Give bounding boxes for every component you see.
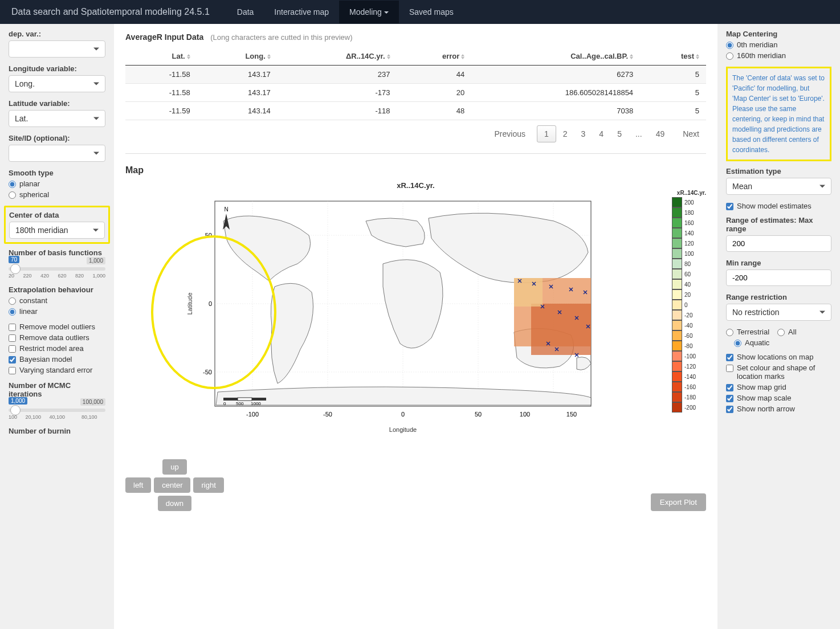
center-data-select[interactable]: 180th meridian (9, 222, 105, 239)
range-estimates-label: Range of estimates: Max range (726, 216, 831, 233)
basis-slider[interactable]: 70 1,000 202204206208201,000 (9, 267, 105, 279)
map-centering-label: Map Centering (726, 30, 831, 38)
table-header-cell[interactable]: ΔR..14C.yr. (278, 47, 397, 66)
svg-text:Longitude: Longitude (389, 426, 417, 433)
centering-warning: The 'Center of data' was set to 'Pacific… (726, 67, 831, 161)
show-map-scale-checkbox[interactable]: Show map scale (726, 394, 831, 402)
show-model-estimates-checkbox[interactable]: Show model estimates (726, 202, 831, 210)
smooth-spherical-radio[interactable]: spherical (9, 190, 105, 199)
range-restriction-select[interactable]: No restriction (726, 304, 831, 321)
latitude-select[interactable]: Lat. (9, 110, 105, 127)
nav-down-button[interactable]: down (158, 496, 191, 511)
nav-saved-maps[interactable]: Saved maps (399, 1, 464, 23)
svg-text:-100: -100 (246, 411, 259, 418)
restrict-model-area-checkbox[interactable]: Restrict model area (9, 344, 105, 353)
svg-text:-50: -50 (203, 369, 212, 375)
table-header-cell[interactable]: Cal..Age..cal.BP. (471, 47, 640, 66)
basis-label: Number of basis functions (9, 248, 105, 257)
table-header-cell[interactable]: Lat. (125, 47, 197, 66)
varying-std-error-checkbox[interactable]: Varying standard error (9, 366, 105, 374)
table-title: AverageR Input Data (125, 32, 203, 42)
meridian-0-radio[interactable]: 0th meridian (726, 40, 831, 49)
table-row: -11.58143.17-17320186.60502814188545 (125, 84, 706, 102)
nav-modeling[interactable]: Modeling (339, 1, 399, 23)
data-table: Lat.Long.ΔR..14C.yr.errorCal..Age..cal.B… (125, 47, 706, 120)
nav-right-button[interactable]: right (193, 477, 223, 493)
extrap-constant-radio[interactable]: constant (9, 296, 105, 305)
colorbar: xR..14C.yr. 200180160140120100806040200-… (672, 190, 706, 442)
estimation-type-select[interactable]: Mean (726, 178, 831, 195)
page-number[interactable]: 2 (556, 126, 574, 142)
remove-data-outliers-checkbox[interactable]: Remove data outliers (9, 333, 105, 342)
max-range-input[interactable] (726, 235, 831, 252)
export-plot-button[interactable]: Export Plot (651, 493, 706, 511)
nav-center-button[interactable]: center (154, 477, 190, 493)
svg-text:0: 0 (401, 411, 405, 418)
center-data-label: Center of data (9, 211, 105, 219)
page-number[interactable]: 5 (610, 126, 629, 142)
all-radio[interactable]: All (777, 328, 796, 336)
terrestrial-radio[interactable]: Terrestrial (726, 328, 769, 336)
aquatic-radio[interactable]: Aquatic (734, 338, 831, 347)
svg-text:50: 50 (475, 411, 482, 418)
page-number[interactable]: 4 (592, 126, 610, 142)
bayesian-model-checkbox[interactable]: Bayesian model (9, 355, 105, 363)
meridian-160-radio[interactable]: 160th meridian (726, 51, 831, 60)
page-number[interactable]: ... (629, 126, 649, 142)
show-north-arrow-checkbox[interactable]: Show north arrow (726, 405, 831, 413)
remove-model-outliers-checkbox[interactable]: Remove model outliers (9, 322, 105, 331)
svg-text:Latitude: Latitude (186, 292, 193, 314)
dep-var-select[interactable] (9, 40, 105, 58)
smooth-planar-radio[interactable]: planar (9, 179, 105, 188)
min-range-input[interactable] (726, 269, 831, 286)
svg-text:1000: 1000 (251, 401, 261, 406)
table-header-cell[interactable]: error (397, 47, 472, 66)
longitude-label: Longitude variable: (9, 64, 105, 73)
dep-var-label: dep. var.: (9, 30, 105, 38)
extrap-linear-radio[interactable]: linear (9, 307, 105, 316)
page-number[interactable]: 1 (537, 125, 556, 142)
svg-rect-38 (238, 398, 252, 401)
svg-rect-39 (252, 398, 266, 401)
svg-text:500: 500 (236, 401, 244, 406)
map-nav-buttons: up left center right down (125, 459, 224, 511)
min-range-label: Min range (726, 259, 831, 267)
mcmc-slider[interactable]: 1,000 100,000 10020,10040,10080,100 (9, 409, 105, 420)
map-plot: N 05001000 500-50 -100-50050100150 Longi… (125, 190, 663, 442)
pagination: Previous 12345...49 Next (125, 126, 706, 142)
svg-text:150: 150 (566, 411, 577, 418)
navbar: Data search and Spatiotemporal modeling … (0, 0, 840, 24)
longitude-select[interactable]: Long. (9, 75, 105, 92)
page-number[interactable]: 49 (649, 126, 672, 142)
show-map-grid-checkbox[interactable]: Show map grid (726, 383, 831, 391)
nav-up-button[interactable]: up (162, 459, 186, 475)
table-header-cell[interactable]: test (640, 47, 706, 66)
sidebar-left: dep. var.: Longitude variable: Long. Lat… (0, 24, 114, 629)
svg-text:0: 0 (209, 300, 212, 307)
svg-text:0: 0 (223, 401, 226, 406)
mcmc-label: Number of MCMC iterations (9, 381, 105, 398)
estimation-type-label: Estimation type (726, 167, 831, 175)
set-colour-shape-checkbox[interactable]: Set colour and shape of location marks (726, 363, 831, 381)
table-row: -11.58143.172374462735 (125, 66, 706, 84)
svg-text:100: 100 (520, 411, 530, 418)
latitude-label: Latitude variable: (9, 99, 105, 108)
page-number[interactable]: 3 (574, 126, 593, 142)
table-header-cell[interactable]: Long. (197, 47, 278, 66)
table-subtitle: (Long characters are cutted in this prev… (210, 33, 352, 42)
svg-text:-50: -50 (323, 411, 332, 418)
smooth-type-label: Smooth type (9, 169, 105, 177)
nav-data[interactable]: Data (227, 1, 264, 23)
site-id-select[interactable] (9, 145, 105, 162)
navbar-brand: Data search and Spatiotemporal modeling … (11, 7, 210, 17)
page-previous[interactable]: Previous (488, 126, 532, 142)
svg-text:N: N (224, 206, 228, 213)
burnin-label: Number of burnin (9, 427, 105, 435)
show-locations-checkbox[interactable]: Show locations on map (726, 353, 831, 361)
nav-interactive-map[interactable]: Interactive map (264, 1, 339, 23)
page-next[interactable]: Next (676, 126, 706, 142)
sidebar-right: Map Centering 0th meridian 160th meridia… (717, 24, 840, 629)
center-of-data-highlight: Center of data 180th meridian (4, 206, 110, 244)
nav-left-button[interactable]: left (125, 477, 151, 493)
chevron-down-icon (384, 11, 389, 14)
